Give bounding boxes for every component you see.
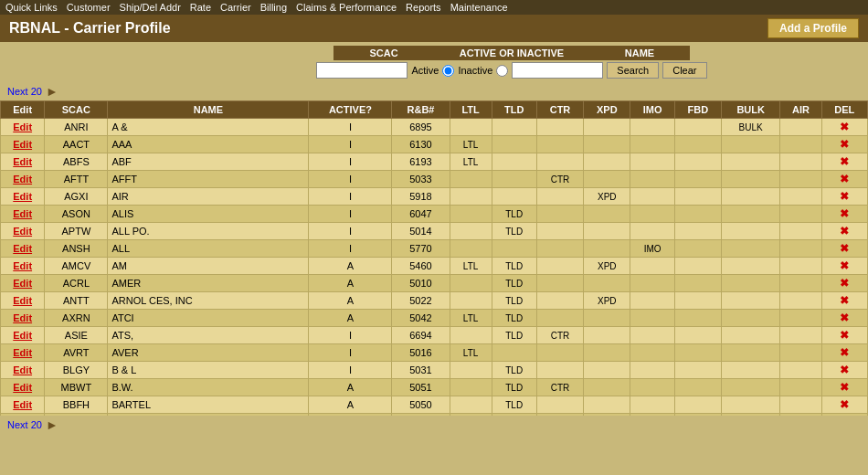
- fbd-cell: [674, 119, 721, 136]
- del-cell[interactable]: ✖: [821, 396, 867, 414]
- delete-icon[interactable]: ✖: [840, 190, 849, 203]
- del-cell[interactable]: ✖: [821, 362, 867, 379]
- edit-cell[interactable]: Edit: [1, 344, 45, 362]
- xpd-cell: [584, 153, 630, 171]
- name-cell: ALL: [108, 240, 309, 258]
- delete-icon[interactable]: ✖: [840, 346, 849, 359]
- edit-link[interactable]: Edit: [13, 139, 32, 150]
- edit-link[interactable]: Edit: [13, 278, 32, 289]
- name-input[interactable]: [512, 62, 603, 79]
- delete-icon[interactable]: ✖: [840, 277, 849, 290]
- delete-icon[interactable]: ✖: [840, 294, 849, 307]
- edit-cell[interactable]: Edit: [1, 362, 45, 379]
- nav-quick-links[interactable]: Quick Links: [5, 2, 58, 13]
- edit-cell[interactable]: Edit: [1, 206, 45, 223]
- edit-cell[interactable]: Edit: [1, 396, 45, 414]
- nav-rate[interactable]: Rate: [190, 2, 211, 13]
- search-button[interactable]: Search: [607, 62, 659, 79]
- active-radio[interactable]: [442, 65, 454, 77]
- nav-claims[interactable]: Claims & Performance: [296, 2, 397, 13]
- nav-carrier[interactable]: Carrier: [220, 2, 251, 13]
- del-cell[interactable]: ✖: [821, 275, 867, 292]
- del-cell[interactable]: ✖: [821, 327, 867, 344]
- delete-icon[interactable]: ✖: [840, 173, 849, 185]
- delete-icon[interactable]: ✖: [840, 329, 849, 342]
- del-cell[interactable]: ✖: [821, 240, 867, 258]
- del-cell[interactable]: ✖: [821, 171, 867, 188]
- edit-link[interactable]: Edit: [13, 330, 32, 341]
- delete-icon[interactable]: ✖: [840, 207, 849, 220]
- edit-cell[interactable]: Edit: [1, 240, 45, 258]
- nav-reports[interactable]: Reports: [406, 2, 441, 13]
- nav-customer[interactable]: Customer: [67, 2, 111, 13]
- col-rb: R&B#: [392, 101, 450, 119]
- del-cell[interactable]: ✖: [821, 292, 867, 310]
- edit-link[interactable]: Edit: [13, 399, 32, 410]
- edit-link[interactable]: Edit: [13, 382, 32, 393]
- del-cell[interactable]: ✖: [821, 206, 867, 223]
- edit-link[interactable]: Edit: [13, 364, 32, 375]
- edit-link[interactable]: Edit: [13, 208, 32, 219]
- del-cell[interactable]: ✖: [821, 119, 867, 136]
- edit-link[interactable]: Edit: [13, 312, 32, 323]
- edit-cell[interactable]: Edit: [1, 292, 45, 310]
- table-row: EditACRLAMERA5010TLD✖: [1, 275, 868, 292]
- delete-icon[interactable]: ✖: [840, 259, 849, 272]
- edit-link[interactable]: Edit: [13, 243, 32, 254]
- delete-icon[interactable]: ✖: [840, 138, 849, 151]
- edit-link[interactable]: Edit: [13, 191, 32, 202]
- del-cell[interactable]: ✖: [821, 310, 867, 327]
- edit-link[interactable]: Edit: [13, 260, 32, 271]
- edit-link[interactable]: Edit: [13, 174, 32, 185]
- del-cell[interactable]: ✖: [821, 153, 867, 171]
- del-cell[interactable]: ✖: [821, 188, 867, 206]
- delete-icon[interactable]: ✖: [840, 398, 849, 411]
- edit-cell[interactable]: Edit: [1, 119, 45, 136]
- edit-cell[interactable]: Edit: [1, 188, 45, 206]
- next20-bottom[interactable]: Next 20 ►: [0, 416, 868, 434]
- edit-link[interactable]: Edit: [13, 226, 32, 237]
- edit-cell[interactable]: Edit: [1, 258, 45, 275]
- rb-cell: 5022: [392, 292, 450, 310]
- delete-icon[interactable]: ✖: [840, 121, 849, 133]
- active-cell: I: [309, 344, 392, 362]
- inactive-radio[interactable]: [496, 65, 508, 77]
- clear-button[interactable]: Clear: [662, 62, 706, 79]
- scac-input[interactable]: [316, 62, 408, 79]
- edit-cell[interactable]: Edit: [1, 327, 45, 344]
- edit-cell[interactable]: Edit: [1, 136, 45, 153]
- del-cell[interactable]: ✖: [821, 344, 867, 362]
- active-cell: I: [309, 223, 392, 240]
- edit-link[interactable]: Edit: [13, 295, 32, 306]
- del-cell[interactable]: ✖: [821, 223, 867, 240]
- edit-link[interactable]: Edit: [13, 121, 32, 132]
- delete-icon[interactable]: ✖: [840, 364, 849, 376]
- xpd-cell: [584, 362, 630, 379]
- edit-cell[interactable]: Edit: [1, 171, 45, 188]
- rb-cell: 6130: [392, 136, 450, 153]
- edit-cell[interactable]: Edit: [1, 153, 45, 171]
- next20-bottom-link[interactable]: Next 20: [7, 419, 42, 430]
- add-profile-button[interactable]: Add a Profile: [767, 18, 859, 38]
- edit-link[interactable]: Edit: [13, 347, 32, 358]
- delete-icon[interactable]: ✖: [840, 381, 849, 394]
- nav-ship-del[interactable]: Ship/Del Addr: [120, 2, 181, 13]
- delete-icon[interactable]: ✖: [840, 242, 849, 255]
- del-cell[interactable]: ✖: [821, 379, 867, 396]
- edit-cell[interactable]: Edit: [1, 310, 45, 327]
- next20-top[interactable]: Next 20 ►: [0, 82, 868, 100]
- del-cell[interactable]: ✖: [821, 136, 867, 153]
- edit-cell[interactable]: Edit: [1, 379, 45, 396]
- name-cell: AM: [108, 258, 309, 275]
- next20-top-link[interactable]: Next 20: [7, 86, 42, 97]
- delete-icon[interactable]: ✖: [840, 155, 849, 168]
- nav-billing[interactable]: Billing: [260, 2, 287, 13]
- delete-icon[interactable]: ✖: [840, 225, 849, 238]
- edit-cell[interactable]: Edit: [1, 275, 45, 292]
- edit-cell[interactable]: Edit: [1, 223, 45, 240]
- nav-maintenance[interactable]: Maintenance: [450, 2, 508, 13]
- table-row: EditASIEATS,I6694TLDCTR✖: [1, 327, 868, 344]
- del-cell[interactable]: ✖: [821, 258, 867, 275]
- delete-icon[interactable]: ✖: [840, 311, 849, 324]
- edit-link[interactable]: Edit: [13, 156, 32, 167]
